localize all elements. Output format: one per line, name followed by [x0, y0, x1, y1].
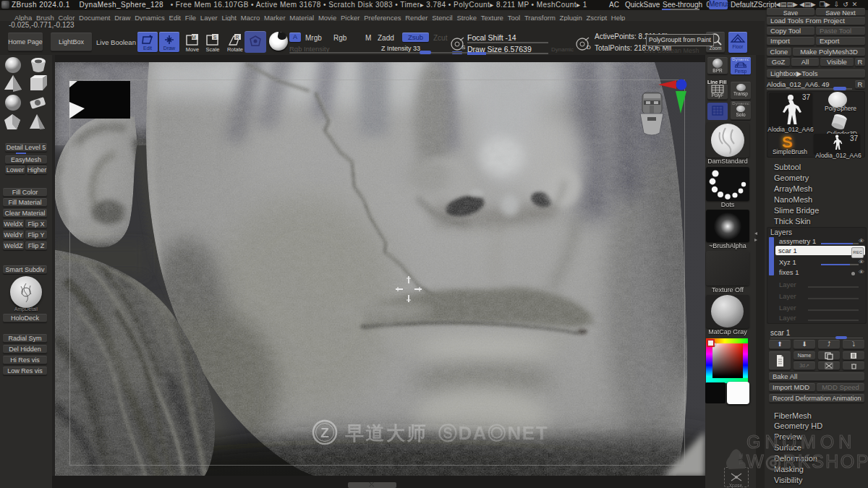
svg-text:Move: Move	[186, 46, 199, 52]
svg-text:Scale: Scale	[206, 46, 220, 52]
svg-text:Z: Z	[320, 425, 329, 440]
svg-text:Rotate: Rotate	[227, 46, 243, 52]
svg-text:Draw: Draw	[163, 46, 176, 51]
svg-text:GNOMON: GNOMON	[746, 432, 856, 452]
svg-text:Edit: Edit	[143, 46, 152, 51]
svg-text:THE: THE	[738, 453, 744, 465]
svg-text:R: R	[235, 35, 239, 40]
svg-text:D: D	[587, 44, 591, 51]
svg-text:W◎RKSHOP: W◎RKSHOP	[746, 451, 868, 471]
svg-text:M: M	[192, 35, 196, 40]
svg-text:S: S	[213, 35, 217, 40]
svg-text:S: S	[461, 44, 465, 51]
svg-text:早道大师: 早道大师	[345, 422, 427, 444]
svg-text:ⓈDA◎NET: ⓈDA◎NET	[438, 422, 548, 444]
